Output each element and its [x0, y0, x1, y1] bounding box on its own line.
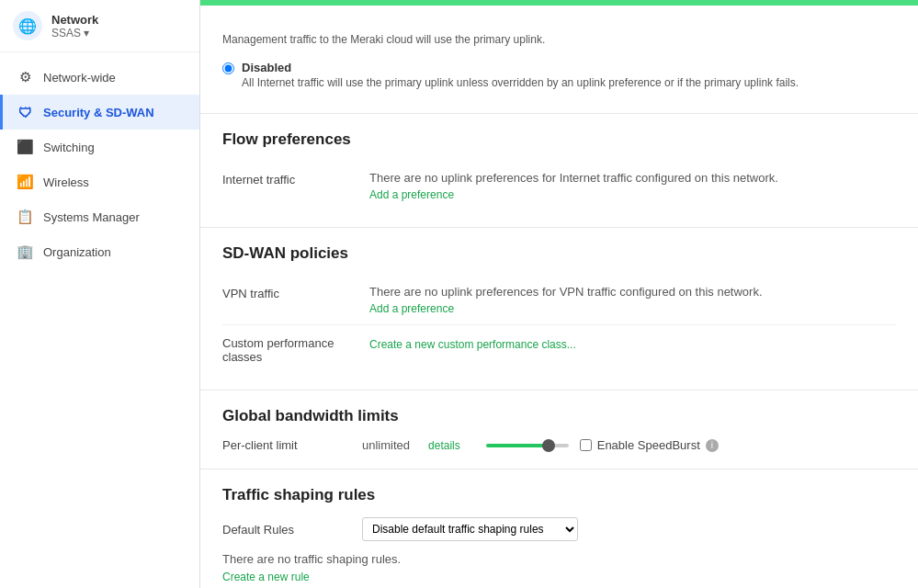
flow-preferences-title: Flow preferences: [222, 130, 896, 149]
sidebar-header-text: Network SSAS ▾: [51, 13, 98, 40]
uplink-section: Management traffic to the Meraki cloud w…: [200, 6, 918, 114]
speedburst-label: Enable SpeedBurst: [597, 438, 700, 452]
traffic-shaping-title: Traffic shaping rules: [222, 486, 896, 504]
organization-icon: 🏢: [16, 243, 34, 261]
per-client-row: Per-client limit unlimited details Enabl…: [222, 438, 896, 452]
add-internet-preference-link[interactable]: Add a preference: [369, 188, 896, 201]
disabled-radio-row: Disabled All Internet traffic will use t…: [222, 53, 896, 96]
sidebar-item-organization[interactable]: 🏢 Organization: [0, 234, 199, 269]
details-link[interactable]: details: [428, 439, 460, 452]
default-rules-dropdown[interactable]: Disable default traffic shaping rules En…: [362, 517, 578, 541]
sidebar-item-security-sdwan[interactable]: 🛡 Security & SD-WAN: [0, 95, 199, 130]
slider-container: [486, 444, 569, 447]
sidebar-item-systems-manager[interactable]: 📋 Systems Manager: [0, 199, 199, 234]
sidebar-item-label: Network-wide: [43, 71, 116, 85]
vpn-traffic-value: There are no uplink preferences for VPN …: [369, 285, 896, 315]
no-rules-text: There are no traffic shaping rules.: [222, 552, 896, 566]
add-vpn-preference-link[interactable]: Add a preference: [369, 302, 896, 315]
sidebar-nav: ⚙ Network-wide 🛡 Security & SD-WAN ⬛ Swi…: [0, 52, 199, 277]
internet-traffic-label: Internet traffic: [222, 171, 369, 187]
vpn-traffic-row: VPN traffic There are no uplink preferen…: [222, 276, 896, 325]
network-subtitle[interactable]: SSAS ▾: [51, 27, 98, 40]
main-content: Management traffic to the Meraki cloud w…: [200, 0, 918, 588]
internet-traffic-row: Internet traffic There are no uplink pre…: [222, 162, 896, 210]
sidebar-item-wireless[interactable]: 📶 Wireless: [0, 164, 199, 199]
chevron-down-icon: ▾: [84, 27, 89, 40]
disabled-desc: All Internet traffic will use the primar…: [242, 76, 799, 89]
disabled-label: Disabled: [242, 61, 799, 74]
sidebar-item-network-wide[interactable]: ⚙ Network-wide: [0, 60, 199, 95]
per-client-label: Per-client limit: [222, 438, 351, 452]
disabled-radio[interactable]: [222, 62, 234, 74]
create-performance-class-link[interactable]: Create a new custom performance class...: [369, 338, 896, 351]
per-client-value: unlimited: [362, 438, 410, 452]
sidebar-item-label: Systems Manager: [43, 210, 140, 224]
switching-icon: ⬛: [16, 138, 34, 156]
flow-preferences-section: Flow preferences Internet traffic There …: [200, 114, 918, 228]
default-rules-row: Default Rules Disable default traffic sh…: [222, 517, 896, 541]
sdwan-policies-section: SD-WAN policies VPN traffic There are no…: [200, 228, 918, 390]
speedburst-checkbox[interactable]: [580, 439, 592, 451]
speedburst-container: Enable SpeedBurst i: [580, 438, 719, 452]
security-icon: 🛡: [16, 103, 34, 121]
network-icon: 🌐: [13, 11, 42, 40]
network-wide-icon: ⚙: [16, 68, 34, 86]
custom-performance-value: Create a new custom performance class...: [369, 334, 896, 351]
bandwidth-section: Global bandwidth limits Per-client limit…: [200, 390, 918, 469]
intro-text: Management traffic to the Meraki cloud w…: [222, 22, 896, 53]
create-new-rule-link[interactable]: Create a new rule: [222, 571, 310, 583]
bandwidth-slider[interactable]: [486, 444, 569, 447]
sidebar-item-label: Security & SD-WAN: [43, 106, 154, 119]
traffic-shaping-section: Traffic shaping rules Default Rules Disa…: [200, 469, 918, 588]
sidebar: 🌐 Network SSAS ▾ ⚙ Network-wide 🛡 Securi…: [0, 0, 200, 588]
custom-performance-label: Custom performance classes: [222, 334, 369, 364]
sidebar-item-switching[interactable]: ⬛ Switching: [0, 130, 199, 164]
info-icon[interactable]: i: [706, 439, 719, 452]
sdwan-title: SD-WAN policies: [222, 244, 896, 263]
sidebar-header: 🌐 Network SSAS ▾: [0, 0, 199, 52]
sidebar-item-label: Wireless: [43, 175, 89, 189]
wireless-icon: 📶: [16, 173, 34, 191]
bandwidth-title: Global bandwidth limits: [222, 407, 896, 425]
network-title: Network: [51, 13, 98, 27]
vpn-traffic-label: VPN traffic: [222, 285, 369, 300]
internet-traffic-value: There are no uplink preferences for Inte…: [369, 171, 896, 201]
sidebar-item-label: Switching: [43, 141, 95, 154]
content-area: Management traffic to the Meraki cloud w…: [200, 6, 918, 588]
systems-manager-icon: 📋: [16, 208, 34, 226]
custom-performance-row: Custom performance classes Create a new …: [222, 325, 896, 373]
default-rules-label: Default Rules: [222, 523, 351, 537]
sidebar-item-label: Organization: [43, 245, 111, 259]
